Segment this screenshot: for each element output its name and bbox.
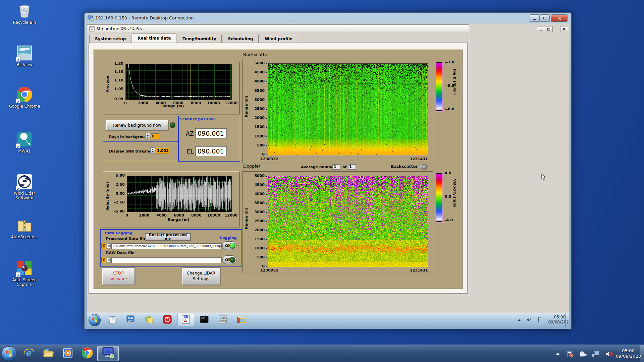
taskbar-button-shared-folder[interactable] [233, 314, 250, 326]
remote-action-center-flag-icon[interactable] [537, 317, 543, 323]
labview-titlebar[interactable]: StreamLine XR v14-6.vi [88, 25, 469, 33]
svg-text:sched: sched [219, 320, 226, 322]
start-button[interactable] [2, 346, 16, 361]
tray-chevron-icon[interactable] [556, 353, 559, 355]
labview-minimize-button[interactable] [537, 26, 545, 32]
renew-background-button[interactable]: Renew background now [106, 120, 168, 130]
snr-spinner[interactable] [150, 147, 155, 154]
desktop-icon-label: Auto Screen Capture [5, 278, 44, 287]
taskbar-button-windows-explorer[interactable] [39, 346, 58, 361]
velocity-frame: Velocity (m/s) Range (m) [103, 171, 239, 227]
doppler-ytick: 2000 [252, 228, 265, 232]
windows-logo-icon [5, 350, 12, 357]
taskbar-button-system-monitor[interactable] [122, 314, 139, 326]
volume-muted-icon[interactable] [605, 350, 613, 358]
rays-spinner[interactable] [145, 133, 150, 139]
clock[interactable]: 05:0009/08/2023 [616, 348, 641, 359]
power-battery-icon[interactable] [579, 350, 587, 358]
labview-close-button[interactable] [560, 26, 568, 32]
off-lamp-icon [229, 257, 235, 263]
taskbar-button-internet-explorer[interactable]: e [19, 346, 38, 361]
az-value-field[interactable]: 090.001 [195, 128, 227, 138]
rdp-titlebar[interactable]: 192.168.0.150 - Remote Desktop Connectio… [85, 13, 571, 23]
sticky-notes-icon [144, 315, 154, 325]
backscatter-range-ylabel: Range (m) [244, 96, 249, 117]
tab-real-time-data[interactable]: Real time data [132, 34, 176, 43]
rdp-window-title: 192.168.0.150 - Remote Desktop Connectio… [95, 15, 194, 20]
processed-drive-box[interactable]: C [101, 243, 106, 249]
taskbar-button-labview-xr-vi[interactable]: XR [177, 314, 194, 326]
taskbar-button-notepad[interactable] [104, 314, 120, 326]
raw-path-field[interactable] [111, 257, 222, 263]
remote-desktop-icon [88, 15, 94, 21]
average-number-field[interactable]: 1 [332, 164, 340, 170]
tab-scheduling[interactable]: Scheduling [222, 35, 259, 43]
desktop-icon-label: Recycle Bin [5, 20, 44, 25]
taskbar-button-command-prompt[interactable]: C:\_ [196, 314, 213, 326]
velocity-xtick: 12000 [224, 213, 238, 218]
logging-on-button[interactable]: ON [222, 241, 236, 250]
remote-show-desktop-button[interactable] [566, 313, 569, 327]
rays-in-background-label: Rays in background [109, 135, 150, 139]
doppler-tickmark [266, 221, 267, 222]
svg-text:C:\_: C:\_ [201, 317, 207, 319]
remote-start-button[interactable] [89, 314, 101, 326]
el-value-field[interactable]: 090.001 [195, 146, 227, 156]
ascope-ytick: 1.10 [111, 78, 123, 82]
tab-system-setup[interactable]: System setup [89, 35, 131, 43]
change-lidar-settings-button[interactable]: Change LiDARSettings [182, 267, 220, 285]
desktop-icon-auto-screen-capture[interactable]: Auto Screen Capture [5, 260, 44, 287]
remote-volume-icon[interactable] [526, 317, 532, 323]
raw-drive-box[interactable]: C [101, 257, 106, 263]
stop-software-button[interactable]: STOPsoftware [102, 267, 135, 285]
restart-processed-file-button[interactable]: Restart processed file [145, 233, 191, 241]
remote-tray-chevron-icon[interactable] [518, 319, 521, 321]
taskbar-button-chrome[interactable] [78, 346, 97, 361]
rdp-close-button[interactable] [551, 14, 568, 22]
ascope-xtick: 0 [118, 101, 133, 105]
desktop-icon-autoscreen-zip[interactable]: AutoScreen... [5, 217, 44, 239]
desktop-icon-mw41[interactable]: MW41 [5, 131, 44, 154]
doppler-ytick: 4500 [252, 183, 265, 187]
labview-maximize-button[interactable] [545, 26, 553, 32]
doppler-tickmark [266, 203, 267, 204]
taskbar-button-remote-desktop[interactable] [97, 346, 119, 361]
taskbar-button-sticky-notes[interactable] [141, 314, 157, 326]
rdp-maximize-button[interactable] [540, 14, 550, 22]
raw-path-icon: ▦ [107, 257, 111, 262]
doppler-time-start: 1230932 [260, 268, 278, 273]
rdp-minimize-button[interactable] [530, 14, 540, 22]
shortcut-arrow-icon [16, 143, 20, 148]
tab-wind-profile[interactable]: Wind profile [259, 35, 298, 43]
svg-text:XR: XR [184, 315, 188, 318]
snr-value-field[interactable]: 1.002 [156, 148, 169, 154]
processed-path-field[interactable]: C:\Lidar\Data\Proc\2023\202308\20230809\… [111, 243, 222, 249]
action-center-flag-icon[interactable] [566, 350, 574, 358]
desktop-icon-label: AutoScreen... [5, 235, 44, 239]
tab-temp-humidity[interactable]: Temp/humidity [177, 35, 222, 43]
rays-value-field[interactable]: 8 [151, 133, 159, 139]
backscatter-ytick: 1000 [252, 134, 265, 138]
show-desktop-button[interactable] [640, 345, 644, 362]
taskbar-button-media-player[interactable] [58, 346, 77, 361]
system-monitor-icon [126, 315, 135, 325]
taskbar-button-stop-vi[interactable] [159, 314, 176, 326]
backscatter-colorbar-label: log B (/m/sr) [452, 69, 457, 95]
desktop-icon-bl-view[interactable]: BL-View [5, 45, 44, 67]
doppler-tickmark [266, 239, 267, 240]
backscatter-time-start: 1230932 [260, 157, 278, 161]
backscatter-colorbar-tick: --8.0 [445, 107, 454, 111]
doppler-time-end: 1231431 [410, 268, 428, 273]
backscatter-toggle[interactable] [419, 165, 428, 169]
taskbar-button-scan-scheduler[interactable]: Scansched [214, 314, 231, 326]
desktop-icon-wind-lidar-software[interactable]: Wind Lidar Software [5, 174, 44, 200]
desktop-icon-recycle-bin[interactable]: Recycle Bin [5, 3, 44, 25]
average-total-field[interactable]: 1 [348, 164, 356, 170]
logging-off-button[interactable]: OFF [222, 255, 236, 264]
doppler-colorbar-label: Velocity (m/s) [452, 179, 457, 207]
network-icon[interactable] [592, 350, 600, 358]
el-label: EL [187, 148, 194, 155]
backscatter-graph-frame: Range (m) 1230932 1231431 [242, 59, 433, 163]
desktop-icon-google-chrome[interactable]: Google Chrome [5, 86, 44, 109]
snr-frame: Display SNR threshold 1.002 [103, 141, 179, 161]
